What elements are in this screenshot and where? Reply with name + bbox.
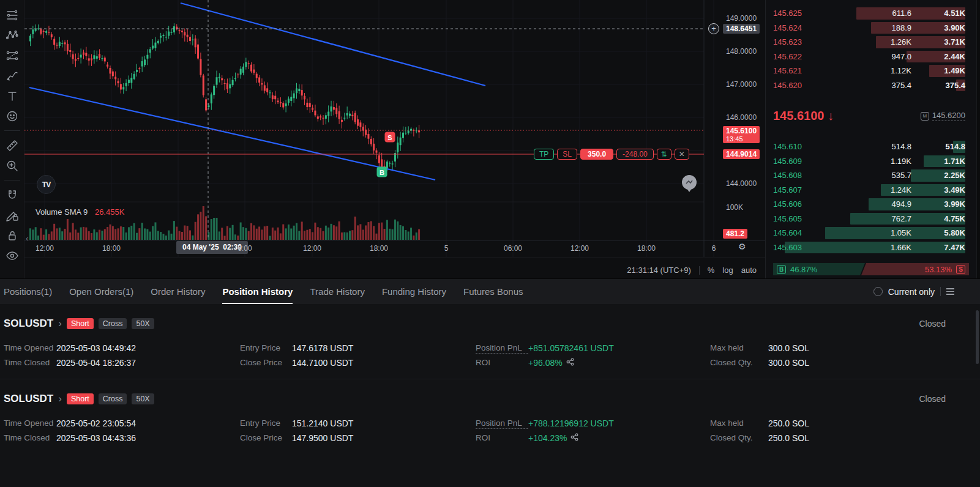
scale-button-auto[interactable]: auto bbox=[741, 266, 757, 275]
column-settings-icon[interactable] bbox=[946, 288, 954, 295]
orderbook-cumulative: 3.71K bbox=[911, 37, 965, 46]
tab-positions-1-[interactable]: Positions(1) bbox=[4, 279, 52, 305]
drawing-lock-edit-icon[interactable] bbox=[2, 205, 23, 225]
tab-funding-history[interactable]: Funding History bbox=[382, 279, 446, 305]
ask-row[interactable]: 145.624188.93.90K bbox=[766, 21, 976, 35]
bid-row[interactable]: 145.610514.8514.8 bbox=[766, 139, 976, 154]
tab-position-history[interactable]: Position History bbox=[222, 279, 293, 305]
bid-row[interactable]: 145.605762.74.75K bbox=[766, 212, 976, 226]
detail-row: Time Opened2025-05-02 23:05:54 bbox=[4, 416, 240, 431]
orderbook-price: 145.621 bbox=[773, 66, 822, 75]
position-symbol[interactable]: SOLUSDT bbox=[4, 318, 53, 330]
orderbook-cumulative: 4.51K bbox=[911, 9, 965, 18]
position-history-list: SOLUSDT›ShortCross50XClosedTime Opened20… bbox=[0, 304, 980, 487]
ask-row[interactable]: 145.620375.4375.4 bbox=[766, 78, 976, 93]
ask-row[interactable]: 145.6211.12K1.49K bbox=[766, 64, 976, 78]
orderbook-size: 947.0 bbox=[822, 52, 911, 61]
orderbook-cumulative: 375.4 bbox=[911, 81, 965, 90]
time-axis-tick: 6 bbox=[712, 244, 716, 253]
tab-order-history[interactable]: Order History bbox=[151, 279, 205, 305]
time-axis-tick: 12:00 bbox=[303, 244, 321, 253]
detail-label: Time Closed bbox=[4, 431, 56, 445]
time-axis-tick: 18:00 bbox=[370, 244, 388, 253]
detail-row: Time Opened2025-05-03 04:49:42 bbox=[4, 341, 240, 355]
drawing-anchor-marker[interactable] bbox=[682, 175, 697, 190]
buy-sell-ratio-bar: B 46.87% 53.13% S bbox=[773, 263, 969, 275]
lock-all-icon[interactable] bbox=[2, 225, 23, 245]
time-axis-settings-gear-icon[interactable]: ⚙ bbox=[738, 242, 746, 251]
detail-label: Close Price bbox=[240, 431, 292, 445]
hide-drawings-eye-icon[interactable] bbox=[2, 245, 23, 266]
bid-row[interactable]: 145.606494.93.99K bbox=[766, 197, 976, 212]
toolbar-divider bbox=[4, 130, 20, 131]
last-price-time: 13:45 bbox=[726, 135, 757, 143]
bid-row[interactable]: 145.608535.72.25K bbox=[766, 168, 976, 183]
sell-marker[interactable]: S bbox=[385, 132, 395, 143]
share-icon[interactable] bbox=[566, 355, 574, 370]
right-scrollbar-track[interactable] bbox=[976, 0, 980, 278]
emoji-tool-icon[interactable] bbox=[2, 106, 23, 126]
tp-button[interactable]: TP bbox=[534, 149, 554, 160]
line-tools-icon[interactable] bbox=[2, 5, 23, 25]
orderbook-bids: 145.610514.8514.8145.6091.19K1.71K145.60… bbox=[766, 139, 976, 255]
projection-tool-icon[interactable] bbox=[2, 45, 23, 65]
magnet-icon[interactable] bbox=[2, 185, 23, 205]
ask-row[interactable]: 145.6231.26K3.71K bbox=[766, 35, 976, 50]
orderbook-price: 145.609 bbox=[773, 157, 822, 166]
text-tool-icon[interactable] bbox=[2, 86, 23, 106]
current-only-radio[interactable] bbox=[873, 287, 883, 296]
mark-price[interactable]: M 145.6200 bbox=[921, 111, 965, 121]
tradingview-logo[interactable]: TV bbox=[37, 175, 56, 194]
orderbook-last-price[interactable]: 145.6100 ↓ bbox=[773, 109, 834, 123]
bid-row[interactable]: 145.6041.05K5.80K bbox=[766, 226, 976, 240]
buy-marker[interactable]: B bbox=[377, 167, 387, 177]
detail-row: Time Closed2025-05-04 18:26:37 bbox=[4, 355, 240, 370]
scale-button-%[interactable]: % bbox=[708, 266, 715, 275]
scale-button-log[interactable]: log bbox=[722, 266, 733, 275]
bid-row[interactable]: 145.6071.24K3.49K bbox=[766, 183, 976, 198]
margin-mode-badge: Cross bbox=[99, 393, 127, 404]
orderbook-size: 1.19K bbox=[822, 157, 911, 166]
orderbook-cumulative: 3.90K bbox=[911, 23, 965, 32]
tab-open-orders-1-[interactable]: Open Orders(1) bbox=[69, 279, 133, 305]
bid-row[interactable]: 145.6091.19K1.71K bbox=[766, 154, 976, 169]
order-size-chip[interactable]: 350.0 bbox=[580, 149, 613, 160]
ask-row[interactable]: 145.625611.64.51K bbox=[766, 6, 976, 21]
pane-collapse-icon[interactable]: ‹ bbox=[26, 234, 28, 243]
brush-tool-icon[interactable] bbox=[2, 65, 23, 86]
cancel-order-icon[interactable]: ✕ bbox=[675, 149, 689, 160]
tab-futures-bonus[interactable]: Futures Bonus bbox=[463, 279, 523, 305]
orderbook-price: 145.622 bbox=[773, 52, 822, 61]
reverse-order-icon[interactable]: ⇅ bbox=[657, 149, 671, 160]
volume-indicator-legend[interactable]: Volume SMA 9 26.455K bbox=[36, 207, 124, 217]
orderbook-cumulative: 514.8 bbox=[911, 142, 965, 151]
detail-value: 147.6178 USDT bbox=[292, 341, 353, 355]
detail-label: Position PnL bbox=[476, 343, 528, 354]
ask-row[interactable]: 145.622947.02.44K bbox=[766, 50, 976, 64]
detail-label: Closed Qty. bbox=[710, 431, 768, 445]
share-icon[interactable] bbox=[570, 431, 578, 445]
time-axis-tick: 12:00 bbox=[570, 244, 589, 253]
chart-clock-time[interactable]: 21:31:14 (UTC+9) bbox=[627, 266, 690, 275]
xabcd-pattern-icon[interactable] bbox=[2, 25, 23, 45]
orderbook-price: 145.607 bbox=[773, 185, 822, 195]
orderbook-cumulative: 7.47K bbox=[911, 243, 965, 252]
sl-button[interactable]: SL bbox=[557, 149, 577, 160]
price-chart[interactable]: Volume SMA 9 26.455K TV ‹ 148.6451 + 145… bbox=[24, 0, 765, 278]
ruler-icon[interactable] bbox=[2, 135, 23, 155]
orderbook-cumulative: 1.71K bbox=[911, 157, 965, 166]
orderbook-size: 188.9 bbox=[822, 23, 911, 32]
crosshair-add-alert-icon[interactable]: + bbox=[708, 23, 719, 34]
zoom-in-icon[interactable] bbox=[2, 155, 23, 176]
detail-row: Time Closed2025-05-03 04:43:36 bbox=[4, 431, 240, 445]
position-symbol[interactable]: SOLUSDT bbox=[4, 393, 53, 405]
detail-column: Time Opened2025-05-02 23:05:54Time Close… bbox=[4, 416, 240, 445]
bid-row[interactable]: 145.6031.66K7.47K bbox=[766, 240, 976, 255]
tab-trade-history[interactable]: Trade History bbox=[310, 279, 364, 305]
order-pnl-chip[interactable]: -248.00 bbox=[616, 149, 654, 160]
detail-value: 2025-05-04 18:26:37 bbox=[56, 355, 136, 370]
orderbook-size: 514.8 bbox=[822, 142, 911, 151]
orderbook-size: 611.6 bbox=[822, 9, 911, 18]
position-status: Closed bbox=[919, 394, 946, 404]
detail-label: ROI bbox=[476, 431, 528, 445]
